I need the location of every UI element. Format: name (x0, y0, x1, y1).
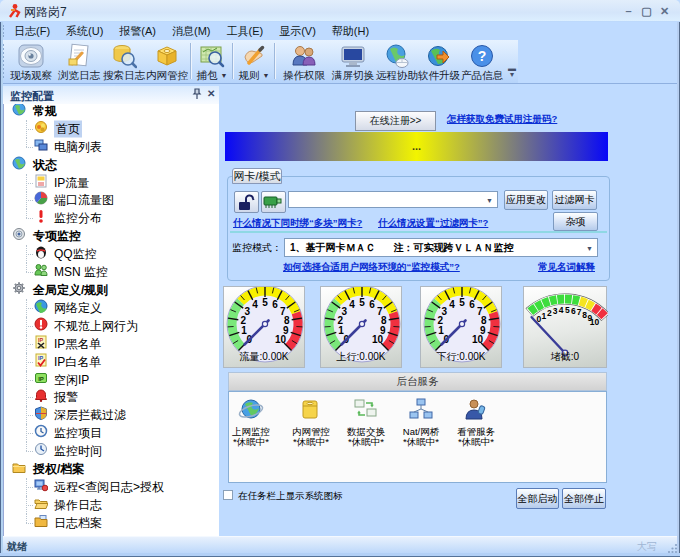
mode-combobox[interactable]: 1、基于网卡ＭＡＣ注：可实现跨ＶＬＡＮ监控▼ (284, 238, 598, 257)
tree-item[interactable]: IP流量 (4, 174, 219, 192)
tree-category[interactable]: 专项监控 (4, 227, 219, 245)
toolbar-separator (188, 43, 194, 79)
tree-item[interactable]: 端口流量图 (4, 192, 219, 210)
ip-traffic-icon (34, 174, 48, 192)
remote-auth-icon (34, 478, 48, 496)
svg-text:1: 1 (338, 325, 344, 336)
toolbar-button-product-info[interactable]: ?产品信息 (460, 40, 504, 83)
tree-item[interactable]: 首页 (4, 120, 219, 138)
mode-help-link[interactable]: 如何选择合适用户网络环境的“监控模式”? (283, 261, 460, 274)
filter-nic-help-link[interactable]: 什么情况设置“过滤网卡”? (378, 217, 488, 230)
multi-nic-help-link[interactable]: 什么情况下同时绑“多块”网卡? (233, 217, 362, 230)
app-window: 网路岗7 – ▢ ✕ 日志(F)系统(U)报警(A)消息(M)工具(E)显示(V… (0, 0, 680, 557)
tree-item[interactable]: IP空闲IP (4, 371, 219, 389)
svg-text:?: ? (478, 48, 487, 64)
svg-text:10: 10 (275, 334, 287, 345)
toolbar-overflow-icon[interactable]: ▬▾ (506, 66, 518, 78)
ad-banner: ... (225, 132, 608, 161)
nic-combo-arrow-icon[interactable]: ▼ (486, 196, 493, 203)
svc-globe-icon (238, 409, 264, 426)
nic-mode-tab[interactable]: 网卡/模式 (232, 168, 282, 184)
tree-category[interactable]: 常规 (4, 102, 219, 120)
tree-category[interactable]: 状态 (4, 156, 219, 174)
port-chart-icon (34, 191, 48, 209)
toolbar-button-permissions[interactable]: 操作权限 (278, 40, 330, 83)
nic-combobox[interactable]: ▼ (288, 191, 498, 208)
window-border-bottom (0, 553, 680, 557)
menu-item[interactable]: 帮助(H) (326, 22, 375, 40)
tree-item[interactable]: 报警 (4, 389, 219, 407)
lock-button[interactable] (234, 191, 259, 213)
nic-button[interactable] (261, 191, 286, 213)
maximize-button[interactable]: ▢ (640, 5, 653, 17)
browse-logs-icon (56, 43, 102, 69)
tree-category[interactable]: 全局定义/规则 (4, 281, 219, 299)
tree-item[interactable]: 监控时间 (4, 442, 219, 460)
menu-bar: 日志(F)系统(U)报警(A)消息(M)工具(E)显示(V)帮助(H) (0, 22, 680, 40)
register-button[interactable]: 在线注册>> (355, 111, 436, 131)
toolbar-button-remote-assist[interactable]: 远程协助 (376, 40, 418, 83)
svg-text:IP: IP (38, 336, 44, 342)
toolbar-button-rules[interactable]: 规则 ▼ (236, 40, 272, 83)
tray-icon-checkbox[interactable] (223, 490, 233, 500)
menu-item[interactable]: 显示(V) (273, 22, 322, 40)
tree-item[interactable]: QQ监控 (4, 245, 219, 263)
filter-nic-button[interactable]: 过滤网卡 (552, 190, 597, 210)
tree-item[interactable]: 不规范上网行为 (4, 317, 219, 335)
menu-item[interactable]: 系统(U) (60, 22, 109, 40)
sidebar-header: 监控配置 ✕ (3, 86, 219, 104)
svg-text:4: 4 (349, 299, 355, 310)
sidebar-close-icon[interactable]: ✕ (207, 88, 219, 101)
rules-icon (236, 43, 272, 69)
stop-all-button[interactable]: 全部停止 (562, 488, 606, 509)
upgrade-icon (418, 43, 460, 69)
tree-item[interactable]: 监控项目 (4, 424, 219, 442)
apply-button[interactable]: 应用更改 (504, 190, 548, 210)
menu-item[interactable]: 日志(F) (8, 22, 56, 40)
glossary-link[interactable]: 常见名词解释 (538, 261, 595, 274)
tree-item[interactable]: IPIP白名单 (4, 353, 219, 371)
toolbar-button-search-logs[interactable]: 搜索日志 (102, 40, 146, 83)
tree-item[interactable]: 操作日志 (4, 496, 219, 514)
mode-value: 1、基于网卡ＭＡＣ (290, 242, 376, 253)
toolbar-button-live-view[interactable]: 现场观察 (6, 40, 56, 83)
register-help-link[interactable]: 怎样获取免费试用注册码? (447, 113, 557, 126)
tree-category[interactable]: 授权/档案 (4, 460, 219, 478)
close-button[interactable]: ✕ (658, 5, 671, 17)
menu-item[interactable]: 报警(A) (113, 22, 162, 40)
tree-item[interactable]: 监控分布 (4, 209, 219, 227)
search-logs-icon (102, 43, 146, 69)
menu-item[interactable]: 工具(E) (221, 22, 270, 40)
minimize-button[interactable]: – (622, 5, 635, 17)
status-text: 就绪 (7, 540, 27, 554)
tree-item[interactable]: 深层拦截过滤 (4, 406, 219, 424)
app-icon (7, 3, 21, 23)
tree-item[interactable]: MSN 监控 (4, 263, 219, 281)
pin-icon[interactable] (192, 88, 204, 101)
service-svc-guard[interactable]: 看管服务*休眠中* (441, 397, 511, 447)
mode-combo-arrow-icon[interactable]: ▼ (586, 239, 593, 256)
toolbar-button-fullscreen[interactable]: 满屏切换 (330, 40, 376, 83)
tree-item[interactable]: 日志档案 (4, 514, 219, 532)
ip-idle-icon: IP (34, 371, 48, 389)
svg-text:2: 2 (241, 315, 247, 326)
misc-button[interactable]: 杂项 (553, 212, 598, 231)
tree-item[interactable]: IPIP黑名单 (4, 335, 219, 353)
menu-item[interactable]: 消息(M) (166, 22, 217, 40)
svg-text:4: 4 (449, 299, 455, 310)
tree-item[interactable]: 远程<查阅日志>授权 (4, 478, 219, 496)
toolbar-button-browse-logs[interactable]: 浏览日志 (56, 40, 102, 83)
tree-item[interactable]: 电脑列表 (4, 138, 219, 156)
log-archive-icon (34, 514, 48, 532)
gauge-label: 流量:0.00K (224, 350, 304, 364)
tree-item[interactable]: 网络定义 (4, 299, 219, 317)
toolbar-button-intranet-control[interactable]: 内网管控 (146, 40, 188, 83)
start-all-button[interactable]: 全部启动 (516, 488, 559, 509)
toolbar-button-upgrade[interactable]: 软件升级 (418, 40, 460, 83)
msn-icon (34, 263, 48, 281)
svg-text:5: 5 (565, 305, 570, 315)
toolbar-button-capture[interactable]: 捕包 ▼ (194, 40, 230, 83)
fullscreen-icon (330, 43, 376, 69)
svg-text:3: 3 (441, 306, 447, 317)
window-title: 网路岗7 (24, 4, 67, 21)
